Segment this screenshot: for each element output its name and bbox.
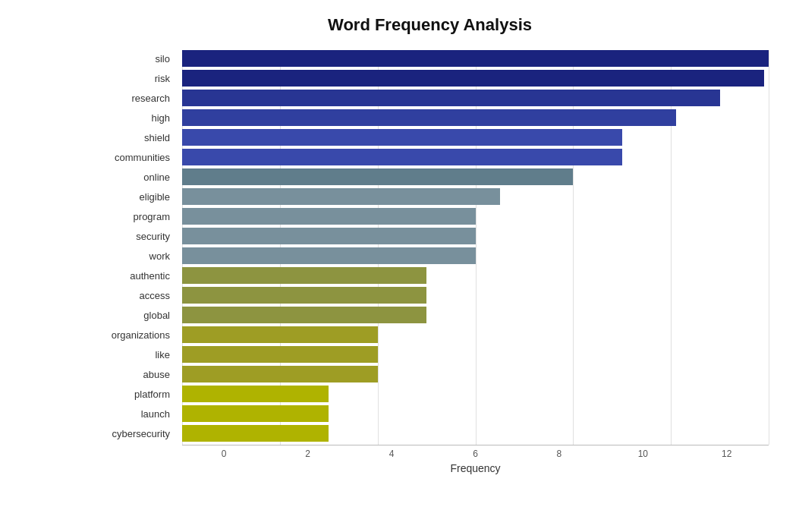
bar-label-global: global <box>91 310 176 321</box>
chart-area: siloriskresearchhighshieldcommunitiesonl… <box>91 50 769 490</box>
bar-fill-global <box>182 307 426 323</box>
bar-row-eligible: eligible <box>182 188 769 205</box>
x-tick: 0 <box>182 449 266 459</box>
bar-row-like: like <box>182 346 769 363</box>
bar-label-work: work <box>91 250 176 262</box>
bar-label-launch: launch <box>91 408 176 420</box>
bar-fill-eligible <box>182 188 500 205</box>
bar-row-abuse: abuse <box>182 366 769 382</box>
bar-label-organizations: organizations <box>91 329 176 341</box>
bar-label-platform: platform <box>91 389 176 400</box>
bar-fill-like <box>182 346 378 363</box>
bar-label-high: high <box>91 112 176 124</box>
bar-fill-shield <box>182 129 622 146</box>
x-axis-label: Frequency <box>182 462 769 474</box>
bar-row-global: global <box>182 307 769 323</box>
bar-fill-research <box>182 90 720 106</box>
bar-fill-access <box>182 287 426 304</box>
bar-label-program: program <box>91 211 176 222</box>
bar-fill-work <box>182 247 476 264</box>
bar-fill-security <box>182 228 476 244</box>
bar-row-work: work <box>182 247 769 264</box>
bar-label-silo: silo <box>91 53 176 65</box>
bar-fill-program <box>182 208 476 225</box>
bar-label-online: online <box>91 172 176 183</box>
bar-fill-launch <box>182 405 329 422</box>
bar-row-online: online <box>182 168 769 185</box>
bar-fill-high <box>182 109 676 126</box>
bar-row-research: research <box>182 90 769 106</box>
bar-label-communities: communities <box>91 152 176 163</box>
bar-row-authentic: authentic <box>182 267 769 284</box>
bar-row-silo: silo <box>182 50 769 67</box>
bar-row-program: program <box>182 208 769 225</box>
bar-row-risk: risk <box>182 70 769 87</box>
bar-fill-organizations <box>182 326 378 343</box>
bar-fill-authentic <box>182 267 426 284</box>
bar-label-authentic: authentic <box>91 270 176 282</box>
x-tick: 2 <box>266 449 349 459</box>
chart-title: Word Frequency Analysis <box>91 15 769 35</box>
bar-label-risk: risk <box>91 73 176 84</box>
bar-label-abuse: abuse <box>91 369 176 380</box>
bar-row-communities: communities <box>182 149 769 165</box>
x-tick: 12 <box>685 449 769 459</box>
bar-row-launch: launch <box>182 405 769 422</box>
chart-container: Word Frequency Analysis siloriskresearch… <box>0 0 799 532</box>
bar-label-security: security <box>91 231 176 242</box>
x-tick: 10 <box>601 449 684 459</box>
x-tick: 6 <box>433 449 517 459</box>
bar-fill-communities <box>182 149 622 165</box>
bar-row-shield: shield <box>182 129 769 146</box>
bar-fill-risk <box>182 70 764 87</box>
bar-row-organizations: organizations <box>182 326 769 343</box>
bar-row-access: access <box>182 287 769 304</box>
bar-fill-silo <box>182 50 769 67</box>
bar-label-like: like <box>91 349 176 360</box>
x-tick: 8 <box>517 449 601 459</box>
bar-label-research: research <box>91 93 176 104</box>
bar-label-access: access <box>91 290 176 301</box>
bar-fill-platform <box>182 386 329 402</box>
bar-fill-cybersecurity <box>182 425 329 442</box>
x-axis: 024681012 Frequency <box>182 445 769 474</box>
bars-container: siloriskresearchhighshieldcommunitiesonl… <box>182 50 769 442</box>
bar-label-eligible: eligible <box>91 191 176 203</box>
bar-label-shield: shield <box>91 132 176 143</box>
x-tick: 4 <box>350 449 433 459</box>
bar-row-security: security <box>182 228 769 244</box>
bar-row-cybersecurity: cybersecurity <box>182 425 769 442</box>
bar-row-platform: platform <box>182 386 769 402</box>
bar-label-cybersecurity: cybersecurity <box>91 428 176 439</box>
bar-row-high: high <box>182 109 769 126</box>
bar-fill-online <box>182 168 573 185</box>
bar-fill-abuse <box>182 366 378 382</box>
